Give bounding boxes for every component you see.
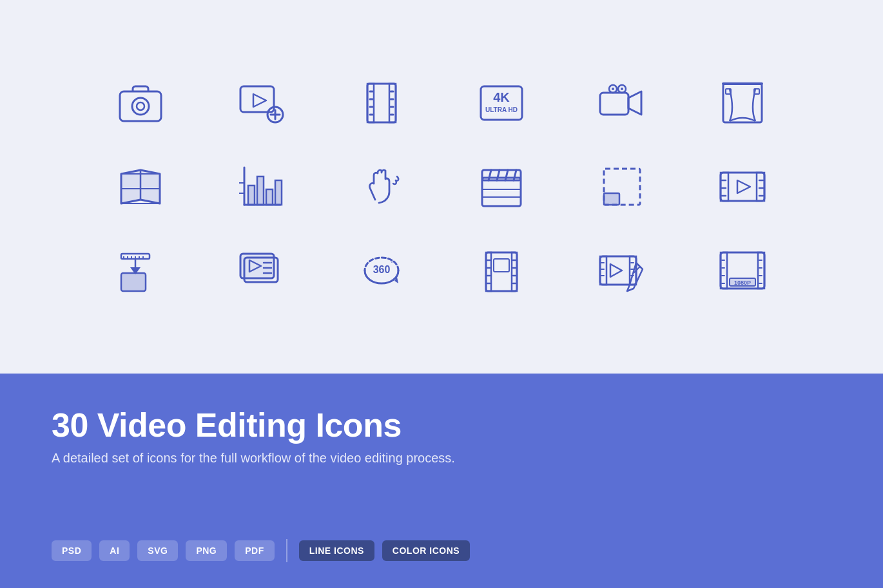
svg-rect-40 [266, 189, 273, 205]
gesture-icon [327, 155, 435, 219]
svg-text:360: 360 [373, 264, 390, 275]
tag-svg[interactable]: SVG [137, 540, 178, 561]
grid-map-icon [87, 155, 195, 219]
svg-rect-0 [120, 91, 161, 121]
svg-rect-44 [482, 178, 521, 206]
svg-rect-56 [757, 173, 764, 201]
svg-rect-73 [121, 273, 146, 291]
svg-rect-53 [604, 193, 619, 205]
svg-line-46 [489, 170, 491, 180]
svg-rect-55 [721, 173, 728, 201]
1080p-icon: 1080P [688, 238, 796, 303]
camera-icon [87, 71, 195, 135]
tag-pdf[interactable]: PDF [235, 540, 275, 561]
bottom-text: 30 Video Editing Icons A detailed set of… [52, 406, 831, 466]
svg-rect-38 [248, 185, 255, 205]
4k-ultrahd-icon: 4K ULTRA HD [448, 71, 556, 135]
svg-rect-75 [240, 254, 274, 278]
svg-text:ULTRA HD: ULTRA HD [485, 106, 518, 113]
video-camera-icon [568, 71, 676, 135]
clapperboard-icon [448, 155, 556, 219]
bottom-section: 30 Video Editing Icons A detailed set of… [0, 374, 883, 588]
svg-rect-8 [367, 84, 396, 122]
video-curtain-icon [688, 71, 796, 135]
top-section: 4K ULTRA HD [0, 0, 883, 374]
svg-rect-3 [240, 86, 274, 112]
line-icons-button[interactable]: LINE ICONS [299, 540, 374, 561]
svg-rect-41 [275, 180, 282, 205]
tag-divider [286, 539, 287, 562]
film-book-icon [448, 238, 556, 303]
icons-grid: 4K ULTRA HD [87, 71, 796, 303]
bottom-tags-row: PSD AI SVG PNG PDF LINE ICONS COLOR ICON… [52, 539, 831, 562]
svg-point-1 [132, 98, 149, 115]
add-video-icon [208, 71, 315, 135]
svg-marker-4 [253, 94, 266, 107]
tag-psd[interactable]: PSD [52, 540, 92, 561]
svg-rect-22 [600, 93, 628, 115]
main-title: 30 Video Editing Icons [52, 406, 831, 444]
svg-line-49 [514, 170, 516, 180]
bar-chart-icon [208, 155, 315, 219]
svg-rect-85 [512, 252, 517, 291]
svg-marker-63 [737, 180, 750, 193]
svg-rect-54 [721, 173, 764, 201]
svg-text:°: ° [391, 260, 393, 267]
video-playlist-icon [208, 238, 315, 303]
svg-point-2 [137, 102, 144, 110]
svg-line-47 [497, 170, 500, 180]
main-subtitle: A detailed set of icons for the full wor… [52, 451, 831, 466]
video-play-film-icon [688, 155, 796, 219]
film-strip-icon [327, 71, 435, 135]
svg-marker-104 [610, 264, 622, 277]
video-edit-icon [568, 238, 676, 303]
tag-png[interactable]: PNG [186, 540, 227, 561]
360-view-icon: 360 ° [327, 238, 435, 303]
svg-marker-23 [628, 91, 641, 115]
svg-point-25 [612, 88, 614, 90]
svg-rect-84 [486, 252, 491, 291]
color-icons-button[interactable]: COLOR ICONS [382, 540, 470, 561]
svg-text:4K: 4K [494, 90, 510, 104]
resize-down-icon [87, 238, 195, 303]
selection-box-icon [568, 155, 676, 219]
svg-point-27 [621, 88, 623, 90]
svg-rect-94 [494, 259, 509, 272]
tag-ai[interactable]: AI [99, 540, 130, 561]
svg-text:1080P: 1080P [734, 280, 751, 286]
svg-line-48 [505, 170, 508, 180]
svg-rect-39 [257, 176, 264, 205]
